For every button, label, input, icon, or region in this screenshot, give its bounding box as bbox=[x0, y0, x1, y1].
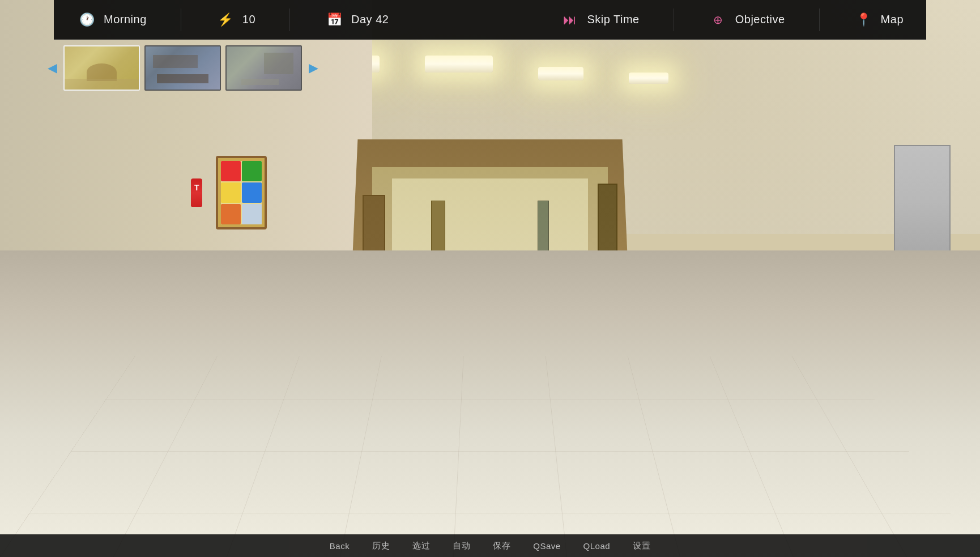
energy-nav-item[interactable]: ⚡ 10 bbox=[215, 10, 255, 30]
bulletin-item-2 bbox=[242, 161, 262, 181]
save-button[interactable]: 保存 bbox=[493, 541, 510, 551]
thumbnail-panel: ◀ ▶ bbox=[45, 45, 320, 91]
thumbnail-3-scene bbox=[227, 46, 301, 90]
top-navigation-bar: 🕐 Morning ⚡ 10 📅 Day 42 ⏭ Skip Time ⊕ Ob… bbox=[54, 0, 926, 40]
bulletin-board[interactable] bbox=[216, 156, 267, 229]
auto-button[interactable]: 自动 bbox=[453, 541, 470, 551]
objective-label: Objective bbox=[735, 13, 785, 26]
settings-button[interactable]: 设置 bbox=[633, 541, 650, 551]
nav-divider-3 bbox=[674, 8, 674, 31]
qload-button[interactable]: QLoad bbox=[583, 541, 611, 551]
time-of-day-label: Morning bbox=[104, 13, 147, 26]
thumbnail-next-arrow[interactable]: ▶ bbox=[306, 57, 320, 79]
clock-icon: 🕐 bbox=[76, 10, 97, 30]
floor-tiles bbox=[0, 356, 980, 557]
nav-divider-4 bbox=[819, 8, 820, 31]
map-label: Map bbox=[881, 13, 904, 26]
nav-divider-2 bbox=[289, 8, 290, 31]
ceiling-light-2 bbox=[425, 56, 493, 73]
energy-icon: ⚡ bbox=[215, 10, 236, 30]
skip-time-label: Skip Time bbox=[587, 13, 639, 26]
right-wall-panel bbox=[894, 145, 951, 258]
time-of-day-nav-item[interactable]: 🕐 Morning bbox=[76, 10, 147, 30]
bulletin-item-5 bbox=[221, 204, 241, 224]
history-button[interactable]: 历史 bbox=[372, 541, 390, 551]
qsave-button[interactable]: QSave bbox=[533, 541, 560, 551]
ceiling-light-3 bbox=[538, 67, 583, 80]
bulletin-item-1 bbox=[221, 161, 241, 181]
ceiling-light-4 bbox=[629, 73, 668, 84]
floor bbox=[0, 250, 980, 557]
left-wall-upper bbox=[0, 0, 372, 279]
filter-button[interactable]: 选过 bbox=[412, 541, 430, 551]
map-icon: 📍 bbox=[854, 10, 874, 30]
day-label: Day 42 bbox=[351, 13, 389, 26]
fire-extinguisher bbox=[191, 178, 202, 207]
thumbnail-3[interactable] bbox=[225, 45, 302, 91]
bulletin-item-6 bbox=[242, 204, 262, 224]
skip-time-nav-item[interactable]: ⏭ Skip Time bbox=[560, 10, 639, 30]
objective-icon: ⊕ bbox=[708, 10, 728, 30]
thumbnail-prev-arrow[interactable]: ◀ bbox=[45, 57, 59, 79]
bulletin-item-3 bbox=[221, 182, 241, 203]
thumbnail-1[interactable] bbox=[63, 45, 140, 91]
thumbnail-2-scene bbox=[146, 46, 220, 90]
calendar-icon: 📅 bbox=[324, 10, 344, 30]
thumbnail-1-scene bbox=[65, 46, 139, 90]
nav-divider-1 bbox=[181, 8, 181, 31]
bottom-action-bar: Back 历史 选过 自动 保存 QSave QLoad 设置 bbox=[0, 534, 980, 557]
bulletin-item-4 bbox=[242, 182, 262, 203]
map-nav-item[interactable]: 📍 Map bbox=[854, 10, 904, 30]
back-button[interactable]: Back bbox=[330, 541, 350, 551]
energy-value: 10 bbox=[242, 13, 255, 26]
thumbnail-2[interactable] bbox=[144, 45, 221, 91]
skip-time-icon: ⏭ bbox=[560, 10, 580, 30]
day-nav-item[interactable]: 📅 Day 42 bbox=[324, 10, 389, 30]
objective-nav-item[interactable]: ⊕ Objective bbox=[708, 10, 785, 30]
bulletin-board-content bbox=[221, 161, 262, 224]
